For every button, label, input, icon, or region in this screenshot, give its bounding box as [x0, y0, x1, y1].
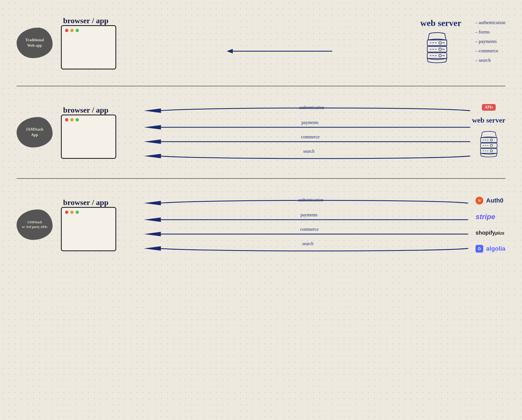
brand-stripe-label: stripe [476, 212, 495, 221]
dot-green [76, 29, 79, 32]
arrow-commerce-s2: commerce [144, 134, 469, 144]
svg-marker-46 [144, 246, 161, 251]
server-list-s1: authentication forms payments commerce s… [475, 18, 505, 65]
svg-text:✦: ✦ [478, 199, 481, 202]
svg-rect-49 [477, 246, 482, 251]
svg-point-12 [439, 48, 441, 50]
auth0-icon: ✦ [476, 197, 483, 204]
browser-box-s3 [61, 207, 116, 251]
algolia-icon [476, 245, 483, 253]
browser-box-s1 [61, 25, 116, 69]
section-jamstack: JAMStack App browser / app authenticatio… [0, 86, 522, 178]
section-label-jamstack: JAMStack App [17, 117, 53, 147]
browser-dots-s2 [65, 118, 79, 121]
brand-shopify: shopifyplus [476, 227, 505, 238]
section-traditional: Traditional Web app browser / app web se… [0, 0, 522, 86]
browser-dots-s3 [65, 211, 79, 214]
arrow-auth-s3: authentication [144, 198, 467, 208]
dot-orange-s2 [70, 118, 74, 121]
section-jamstack-3rd: JAMStack w/ 3rd party APIs browser / app… [0, 179, 522, 271]
arrow-payments-s2: payments [144, 120, 469, 130]
arrow-search-s3: search [144, 241, 467, 251]
browser-title-s3: browser / app [63, 198, 108, 207]
server-icon-s2 [475, 130, 503, 160]
brand-algolia: algolia [476, 243, 505, 254]
dot-orange-s3 [70, 211, 74, 214]
brand-stripe: stripe [476, 211, 505, 222]
svg-marker-24 [144, 139, 161, 144]
svg-marker-20 [144, 108, 161, 113]
apis-server-s2: APIs web server [472, 104, 505, 160]
server-icon-s1 [420, 31, 454, 67]
dot-red-s2 [65, 118, 68, 121]
brand-shopify-label: shopifyplus [476, 230, 504, 236]
browser-title-s1: browser / app [63, 16, 108, 25]
server-title-s2: web server [472, 116, 505, 125]
dot-green-s3 [76, 211, 79, 214]
dot-orange [70, 29, 74, 32]
browser-box-s2 [61, 115, 116, 159]
section-label-traditional: Traditional Web app [17, 28, 53, 58]
svg-point-6 [439, 42, 441, 44]
svg-point-40 [490, 150, 492, 152]
svg-marker-43 [144, 217, 161, 222]
svg-marker-25 [144, 154, 161, 158]
arrow-commerce-s3: commerce [144, 227, 467, 237]
arrow-search-s2: search [144, 149, 469, 159]
brand-auth0-label: Auth0 [486, 197, 503, 204]
svg-point-51 [479, 247, 480, 248]
brand-algolia-label: algolia [486, 245, 505, 252]
apis-badge: APIs [482, 104, 496, 111]
brand-logos: ✦ Auth0 stripe shopifyplus algolia [476, 195, 505, 254]
browser-dots-s1 [65, 29, 79, 32]
svg-marker-45 [144, 232, 161, 236]
dot-red [65, 29, 68, 32]
section-label-jamstack-3rd: JAMStack w/ 3rd party APIs [17, 209, 53, 240]
server-title-s1: web server [420, 18, 461, 28]
arrow-auth-s2: authentication [144, 106, 469, 116]
arrow-s1 [227, 48, 332, 54]
arrow-payments-s3: payments [144, 212, 467, 222]
svg-marker-1 [227, 49, 233, 53]
svg-point-35 [490, 144, 492, 147]
svg-point-30 [490, 139, 492, 141]
server-area-s1: web server [420, 18, 505, 68]
dot-red-s3 [65, 211, 68, 214]
arrows-s3: authentication payments commerce search [141, 190, 470, 260]
browser-title-s2: browser / app [63, 106, 108, 115]
dot-green-s2 [76, 118, 79, 121]
svg-marker-41 [144, 201, 161, 205]
svg-marker-22 [144, 125, 161, 129]
arrows-s2: authentication payments commerce search [141, 97, 472, 167]
brand-auth0: ✦ Auth0 [476, 195, 505, 206]
svg-point-18 [439, 54, 441, 57]
